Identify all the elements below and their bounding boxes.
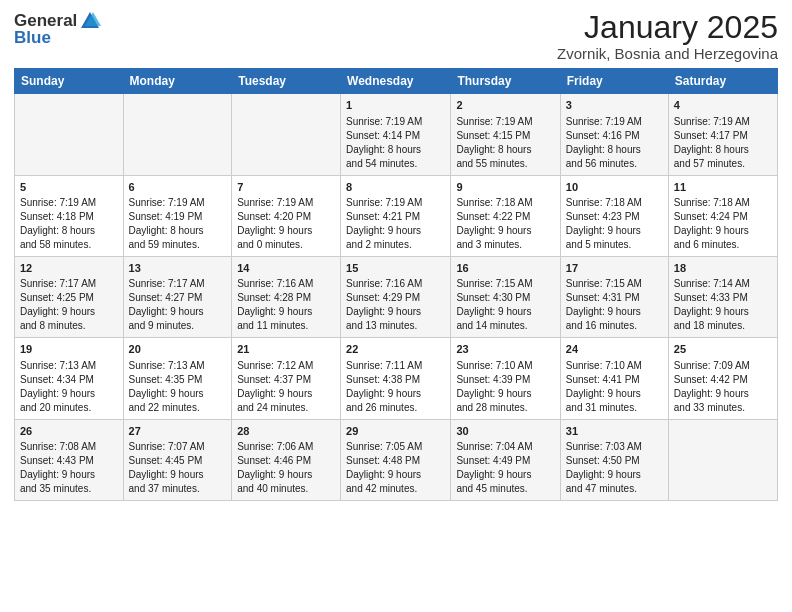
cell-content-line: Sunset: 4:24 PM [674, 210, 772, 224]
cell-content-line: Sunrise: 7:13 AM [20, 359, 118, 373]
cell-content-line: Daylight: 9 hours [456, 305, 554, 319]
calendar-cell: 30Sunrise: 7:04 AMSunset: 4:49 PMDayligh… [451, 419, 560, 500]
day-number: 6 [129, 180, 227, 195]
day-number: 29 [346, 424, 445, 439]
cell-content-line: Sunrise: 7:19 AM [346, 115, 445, 129]
day-number: 7 [237, 180, 335, 195]
cell-content-line: Daylight: 8 hours [20, 224, 118, 238]
cell-content-line: and 37 minutes. [129, 482, 227, 496]
cell-content-line: and 14 minutes. [456, 319, 554, 333]
cell-content-line: Daylight: 8 hours [346, 143, 445, 157]
cell-content-line: Sunset: 4:28 PM [237, 291, 335, 305]
cell-content-line: and 40 minutes. [237, 482, 335, 496]
cell-content-line: Sunrise: 7:03 AM [566, 440, 663, 454]
cell-content-line: and 8 minutes. [20, 319, 118, 333]
calendar-cell: 9Sunrise: 7:18 AMSunset: 4:22 PMDaylight… [451, 175, 560, 256]
day-number: 10 [566, 180, 663, 195]
cell-content-line: Sunset: 4:27 PM [129, 291, 227, 305]
cell-content-line: and 47 minutes. [566, 482, 663, 496]
calendar-cell: 12Sunrise: 7:17 AMSunset: 4:25 PMDayligh… [15, 256, 124, 337]
logo-blue-text: Blue [14, 29, 101, 47]
cell-content-line: Daylight: 9 hours [674, 305, 772, 319]
day-number: 31 [566, 424, 663, 439]
day-number: 11 [674, 180, 772, 195]
day-number: 24 [566, 342, 663, 357]
day-number: 30 [456, 424, 554, 439]
cell-content-line: Sunrise: 7:19 AM [20, 196, 118, 210]
cell-content-line: Daylight: 9 hours [566, 305, 663, 319]
cell-content-line: and 57 minutes. [674, 157, 772, 171]
calendar-cell: 7Sunrise: 7:19 AMSunset: 4:20 PMDaylight… [232, 175, 341, 256]
cell-content-line: Sunset: 4:21 PM [346, 210, 445, 224]
cell-content-line: Sunset: 4:49 PM [456, 454, 554, 468]
location-title: Zvornik, Bosnia and Herzegovina [557, 45, 778, 62]
weekday-header-thursday: Thursday [451, 69, 560, 94]
day-number: 14 [237, 261, 335, 276]
calendar-cell [123, 94, 232, 175]
calendar-cell: 25Sunrise: 7:09 AMSunset: 4:42 PMDayligh… [668, 338, 777, 419]
header: General Blue January 2025 Zvornik, Bosni… [14, 10, 778, 62]
day-number: 2 [456, 98, 554, 113]
cell-content-line: Sunrise: 7:15 AM [456, 277, 554, 291]
cell-content-line: Sunrise: 7:16 AM [237, 277, 335, 291]
cell-content-line: Sunrise: 7:11 AM [346, 359, 445, 373]
cell-content-line: and 54 minutes. [346, 157, 445, 171]
cell-content-line: Sunset: 4:29 PM [346, 291, 445, 305]
day-number: 19 [20, 342, 118, 357]
cell-content-line: Daylight: 9 hours [566, 387, 663, 401]
calendar-cell: 20Sunrise: 7:13 AMSunset: 4:35 PMDayligh… [123, 338, 232, 419]
calendar-cell: 21Sunrise: 7:12 AMSunset: 4:37 PMDayligh… [232, 338, 341, 419]
calendar-cell: 27Sunrise: 7:07 AMSunset: 4:45 PMDayligh… [123, 419, 232, 500]
cell-content-line: Daylight: 8 hours [456, 143, 554, 157]
cell-content-line: Sunrise: 7:19 AM [346, 196, 445, 210]
weekday-header-tuesday: Tuesday [232, 69, 341, 94]
cell-content-line: and 3 minutes. [456, 238, 554, 252]
cell-content-line: Daylight: 8 hours [129, 224, 227, 238]
cell-content-line: Daylight: 9 hours [129, 305, 227, 319]
calendar-cell: 24Sunrise: 7:10 AMSunset: 4:41 PMDayligh… [560, 338, 668, 419]
cell-content-line: Sunrise: 7:19 AM [237, 196, 335, 210]
cell-content-line: Sunrise: 7:08 AM [20, 440, 118, 454]
day-number: 13 [129, 261, 227, 276]
cell-content-line: Sunset: 4:39 PM [456, 373, 554, 387]
weekday-header-saturday: Saturday [668, 69, 777, 94]
cell-content-line: Sunrise: 7:19 AM [456, 115, 554, 129]
day-number: 9 [456, 180, 554, 195]
day-number: 21 [237, 342, 335, 357]
calendar-cell: 15Sunrise: 7:16 AMSunset: 4:29 PMDayligh… [341, 256, 451, 337]
cell-content-line: Sunset: 4:48 PM [346, 454, 445, 468]
cell-content-line: Sunrise: 7:13 AM [129, 359, 227, 373]
cell-content-line: Sunrise: 7:19 AM [566, 115, 663, 129]
calendar-table: SundayMondayTuesdayWednesdayThursdayFrid… [14, 68, 778, 501]
day-number: 1 [346, 98, 445, 113]
cell-content-line: Daylight: 9 hours [566, 468, 663, 482]
cell-content-line: Daylight: 9 hours [20, 305, 118, 319]
cell-content-line: Daylight: 9 hours [346, 224, 445, 238]
cell-content-line: Sunrise: 7:04 AM [456, 440, 554, 454]
day-number: 15 [346, 261, 445, 276]
cell-content-line: and 13 minutes. [346, 319, 445, 333]
weekday-header-wednesday: Wednesday [341, 69, 451, 94]
cell-content-line: Daylight: 9 hours [674, 224, 772, 238]
cell-content-line: and 35 minutes. [20, 482, 118, 496]
day-number: 8 [346, 180, 445, 195]
cell-content-line: Sunset: 4:33 PM [674, 291, 772, 305]
cell-content-line: and 42 minutes. [346, 482, 445, 496]
day-number: 26 [20, 424, 118, 439]
cell-content-line: Sunset: 4:45 PM [129, 454, 227, 468]
cell-content-line: and 0 minutes. [237, 238, 335, 252]
cell-content-line: Sunrise: 7:10 AM [566, 359, 663, 373]
cell-content-line: Sunset: 4:22 PM [456, 210, 554, 224]
cell-content-line: Daylight: 9 hours [20, 387, 118, 401]
cell-content-line: and 6 minutes. [674, 238, 772, 252]
weekday-header-friday: Friday [560, 69, 668, 94]
cell-content-line: Sunrise: 7:12 AM [237, 359, 335, 373]
cell-content-line: Sunset: 4:37 PM [237, 373, 335, 387]
cell-content-line: and 18 minutes. [674, 319, 772, 333]
cell-content-line: Daylight: 9 hours [237, 387, 335, 401]
cell-content-line: Sunset: 4:43 PM [20, 454, 118, 468]
cell-content-line: and 28 minutes. [456, 401, 554, 415]
calendar-cell: 26Sunrise: 7:08 AMSunset: 4:43 PMDayligh… [15, 419, 124, 500]
cell-content-line: Sunset: 4:20 PM [237, 210, 335, 224]
cell-content-line: Sunset: 4:35 PM [129, 373, 227, 387]
